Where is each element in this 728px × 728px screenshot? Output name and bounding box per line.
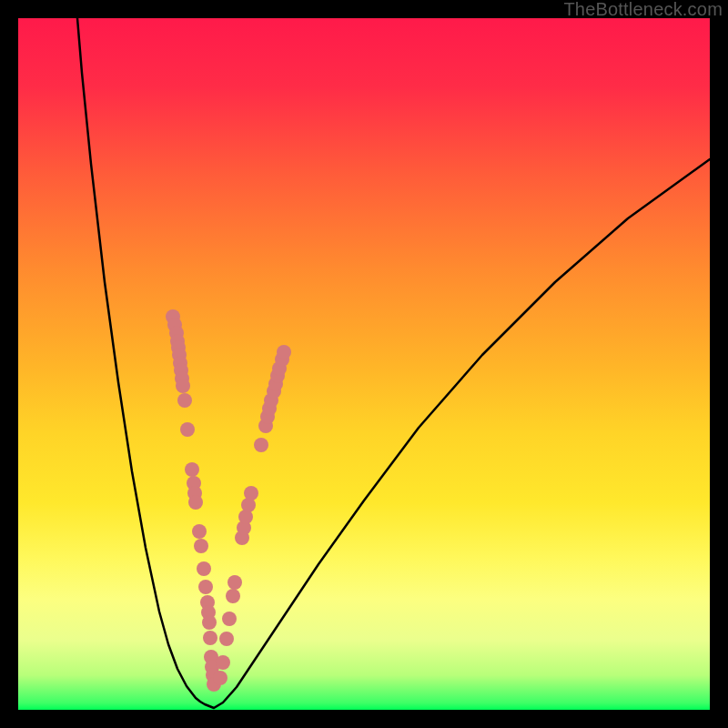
- data-point: [202, 615, 217, 630]
- data-point: [180, 422, 195, 437]
- data-point: [219, 632, 234, 646]
- data-point: [192, 524, 207, 539]
- data-point: [194, 539, 208, 553]
- chart-canvas: TheBottleneck.com: [0, 0, 728, 728]
- data-point: [226, 589, 240, 603]
- data-point: [216, 655, 230, 670]
- data-point: [185, 462, 199, 477]
- data-point: [198, 580, 213, 594]
- data-point: [203, 631, 217, 645]
- watermark-text: TheBottleneck.com: [563, 0, 723, 20]
- data-point: [228, 575, 242, 590]
- data-point: [188, 495, 203, 510]
- bottleneck-curve: [77, 18, 710, 708]
- data-point: [176, 379, 190, 393]
- data-point: [222, 612, 237, 626]
- plot-area: [18, 18, 710, 710]
- data-point: [213, 671, 228, 685]
- data-point: [177, 393, 192, 408]
- curve-overlay: [18, 18, 710, 710]
- data-point: [254, 438, 268, 452]
- data-point: [197, 561, 211, 576]
- data-point: [277, 345, 291, 359]
- data-point: [244, 486, 258, 500]
